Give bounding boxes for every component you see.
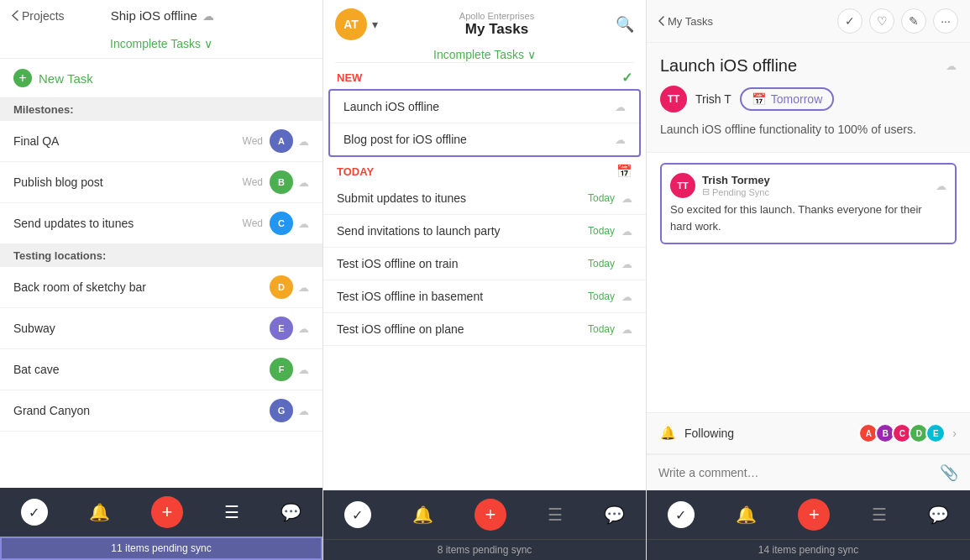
task-row[interactable]: Test iOS offline in basement Today ☁ [323,280,646,313]
task-row[interactable]: Submit updates to itunes Today ☁ [323,182,646,215]
bottom-bar-right: ✓ 🔔 + ☰ 💬 [647,490,970,539]
assignee-name: Trish T [695,92,731,106]
avatar: G [270,399,293,422]
check-tab[interactable]: ✓ [344,501,371,528]
back-to-my-tasks[interactable]: My Tasks [658,15,713,28]
mid-filter-bar[interactable]: Incomplete Tasks ∨ [335,40,634,63]
cloud-icon: ☁ [298,217,309,230]
comment-author-info: Trish Tormey ⊟ Pending Sync [702,174,770,197]
back-to-projects[interactable]: Projects [12,9,65,23]
cloud-icon: ☁ [615,101,626,113]
task-row[interactable]: Subway E ☁ [0,308,322,349]
cloud-icon: ☁ [946,60,957,72]
chat-tab[interactable]: 💬 [281,502,301,522]
complete-button[interactable]: ✓ [837,8,863,34]
bell-tab[interactable]: 🔔 [89,502,110,522]
comment-author-name: Trish Tormey [702,174,770,186]
add-fab[interactable]: + [475,499,506,531]
due-date-label: Tomorrow [771,92,822,106]
chevron-down-icon: ▾ [372,18,378,31]
task-detail-title: Launch iOS offline ☁ [660,56,957,76]
cloud-icon: ☁ [621,258,632,270]
cloud-icon: ☁ [298,176,309,189]
left-panel: Projects Ship iOS offline ☁ Incomplete T… [0,0,323,560]
cloud-icon: ☁ [621,323,632,336]
task-row[interactable]: Send invitations to launch party Today ☁ [323,215,646,248]
left-filter-bar[interactable]: Incomplete Tasks ∨ [0,31,322,59]
bell-tab[interactable]: 🔔 [412,505,433,525]
calendar-icon: 📅 [752,92,766,106]
comment-avatar: TT [670,173,695,198]
chevron-right-icon: › [952,427,957,440]
left-filter-label[interactable]: Incomplete Tasks ∨ [110,37,212,50]
mid-user-section[interactable]: AT ▾ [335,8,378,40]
bottom-bar-left: ✓ 🔔 + ☰ 💬 [0,488,322,536]
avatar: F [270,358,293,381]
mid-header-top: AT ▾ Apollo Enterprises My Tasks 🔍 [335,8,634,40]
chat-tab[interactable]: 💬 [928,505,949,525]
avatar: D [270,275,293,299]
new-task-plus-icon: + [13,69,32,87]
right-header: My Tasks ✓ ♡ ✎ ··· [647,0,970,43]
task-row[interactable]: Publish blog post Wed B ☁ [0,162,322,203]
comment-sync-status: ⊟ Pending Sync [702,186,770,197]
attach-icon[interactable]: 📎 [940,463,958,482]
chat-tab[interactable]: 💬 [604,505,625,525]
task-row[interactable]: Launch iOS offline ☁ [330,91,639,123]
add-fab[interactable]: + [798,499,830,531]
due-date-button[interactable]: 📅 Tomorrow [740,87,834,111]
add-fab[interactable]: + [151,496,183,528]
task-description: Launch iOS offline functionality to 100%… [660,121,957,139]
avatar: C [270,212,293,235]
task-list-left: Milestones: Final QA Wed A ☁ Publish blo… [0,98,322,488]
check-tab[interactable]: ✓ [668,501,695,528]
task-row[interactable]: Test iOS offline on train Today ☁ [323,248,646,280]
mid-panel: AT ▾ Apollo Enterprises My Tasks 🔍 Incom… [323,0,647,560]
task-row[interactable]: Test iOS offline on plane Today ☁ [323,313,646,346]
comment-input[interactable] [658,466,940,479]
new-task-label: New Task [39,71,93,86]
task-row[interactable]: Back room of sketchy bar D ☁ [0,267,322,308]
task-row[interactable]: Send updates to itunes Wed C ☁ [0,203,322,244]
task-detail: Launch iOS offline ☁ TT Trish T 📅 Tomorr… [647,43,970,153]
avatar: B [270,170,293,194]
user-avatar: AT [335,8,367,40]
new-task-button[interactable]: + New Task [0,59,322,98]
task-row[interactable]: Blog post for iOS offline ☁ [330,123,639,155]
cloud-icon: ☁ [621,192,632,205]
pending-sync-bar-right: 14 items pending sync [647,539,970,560]
task-row[interactable]: Grand Canyon G ☁ [0,390,322,432]
selected-tasks-group: Launch iOS offline ☁ Blog post for iOS o… [328,89,641,157]
list-tab[interactable]: ☰ [224,502,239,522]
mid-panel-title: My Tasks [459,21,534,38]
pending-sync-bar-left: 11 items pending sync [0,536,322,560]
cloud-icon: ☁ [298,135,309,148]
bell-tab[interactable]: 🔔 [736,505,757,525]
task-row[interactable]: Bat cave F ☁ [0,349,322,390]
list-tab[interactable]: ☰ [548,505,563,525]
comment-text: So excited for this launch. Thanks every… [670,201,946,234]
heart-button[interactable]: ♡ [869,8,894,34]
follower-avatars: A B C D E [858,423,946,443]
mid-title-group: Apollo Enterprises My Tasks [459,11,534,38]
comment-box: TT Trish Tormey ⊟ Pending Sync ☁ So exci… [660,163,957,244]
avatar: E [270,317,293,340]
edit-button[interactable]: ✎ [901,8,926,34]
more-button[interactable]: ··· [933,8,958,34]
task-assignee-row: TT Trish T 📅 Tomorrow [660,86,957,113]
comment-author-row: TT Trish Tormey ⊟ Pending Sync ☁ [670,173,946,198]
org-name: Apollo Enterprises [459,11,534,21]
mid-filter-label[interactable]: Incomplete Tasks ∨ [433,48,536,61]
comment-section: TT Trish Tormey ⊟ Pending Sync ☁ So exci… [647,153,970,412]
list-tab[interactable]: ☰ [872,505,887,525]
bottom-bar-mid: ✓ 🔔 + ☰ 💬 [323,490,646,539]
mid-header: AT ▾ Apollo Enterprises My Tasks 🔍 Incom… [323,0,646,63]
left-header: Projects Ship iOS offline ☁ [0,0,322,31]
task-row[interactable]: Final QA Wed A ☁ [0,121,322,162]
new-section-label: NEW ✓ [323,63,646,89]
assignee-avatar: TT [660,86,687,113]
following-row[interactable]: 🔔 Following A B C D E › [647,412,970,454]
cloud-icon: ☁ [298,364,309,376]
search-icon[interactable]: 🔍 [616,15,634,34]
check-tab[interactable]: ✓ [21,499,48,526]
